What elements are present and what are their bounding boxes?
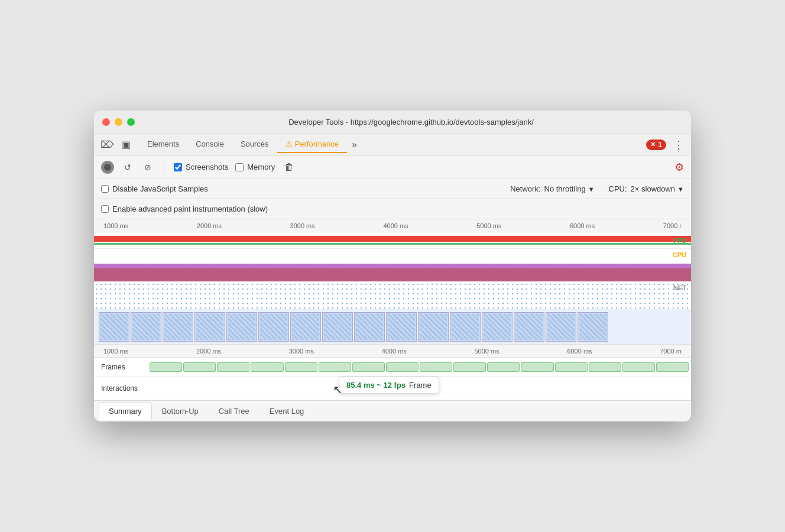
frame-block-1[interactable] xyxy=(183,362,216,372)
cpu-purple-layer xyxy=(94,249,691,281)
screenshot-thumb-9[interactable] xyxy=(386,312,417,342)
frame-block-9[interactable] xyxy=(453,362,486,372)
ruler-mark-4: 5000 ms xyxy=(476,222,501,229)
network-arrow-icon: ▼ xyxy=(588,186,595,193)
title-bar: Developer Tools - https://googlechrome.g… xyxy=(94,111,691,134)
interactions-area: Interactions ↖ 85.4 ms ~ 12 fps Frame xyxy=(94,377,691,400)
screenshot-thumb-5[interactable] xyxy=(258,312,289,342)
network-select[interactable]: No throttling ▼ xyxy=(544,184,595,193)
fps-chart: FPS xyxy=(94,232,691,249)
frame-block-6[interactable] xyxy=(352,362,385,372)
screenshot-thumb-0[interactable] xyxy=(99,312,129,342)
error-badge[interactable]: ✕ 1 xyxy=(646,140,666,150)
tab-bottom-up[interactable]: Bottom-Up xyxy=(152,403,209,420)
frame-block-2[interactable] xyxy=(217,362,249,372)
fps-green-line xyxy=(94,243,691,245)
memory-group: Memory xyxy=(235,163,275,171)
traffic-lights xyxy=(102,118,135,126)
frame-block-11[interactable] xyxy=(521,362,553,372)
cpu-label: CPU: xyxy=(609,184,627,193)
memory-checkbox[interactable] xyxy=(235,163,244,171)
cursor-icon: ↖ xyxy=(333,382,343,397)
trash-icon[interactable]: 🗑 xyxy=(284,162,294,173)
frame-block-14[interactable] xyxy=(622,362,655,372)
screenshot-thumb-10[interactable] xyxy=(418,312,449,342)
cpu-select[interactable]: 2× slowdown ▼ xyxy=(631,184,684,193)
tab-menu-button[interactable]: ⋮ xyxy=(671,136,686,154)
fps-red-line xyxy=(94,236,691,242)
net-chart: NET xyxy=(94,282,691,309)
tab-console[interactable]: Console xyxy=(187,136,232,153)
enable-paint-checkbox[interactable] xyxy=(101,205,109,213)
ruler-mark-0: 1000 ms xyxy=(103,222,128,229)
screenshots-checkbox[interactable] xyxy=(174,163,182,171)
screenshot-thumb-8[interactable] xyxy=(354,312,385,342)
frame-block-10[interactable] xyxy=(487,362,520,372)
bottom-ruler-mark-4: 5000 ms xyxy=(475,348,499,355)
screenshot-thumb-6[interactable] xyxy=(290,312,321,342)
screenshot-thumb-7[interactable] xyxy=(322,312,353,342)
bottom-ruler-mark-6: 7000 m xyxy=(660,348,682,355)
enable-paint-label: Enable advanced paint instrumentation (s… xyxy=(112,205,268,213)
record-button[interactable] xyxy=(101,161,114,174)
frame-block-4[interactable] xyxy=(285,362,317,372)
bottom-ruler-marks: 1000 ms 2000 ms 3000 ms 4000 ms 5000 ms … xyxy=(101,348,684,355)
frame-block-13[interactable] xyxy=(589,362,621,372)
tab-elements[interactable]: Elements xyxy=(139,136,187,153)
screenshot-thumb-2[interactable] xyxy=(163,312,193,342)
frame-block-7[interactable] xyxy=(386,362,419,372)
frames-area: Frames xyxy=(94,358,691,377)
screenshot-thumb-12[interactable] xyxy=(482,312,512,342)
tab-sources[interactable]: Sources xyxy=(232,136,277,153)
frame-block-3[interactable] xyxy=(251,362,283,372)
frame-block-0[interactable] xyxy=(150,362,182,372)
error-icon: ✕ xyxy=(650,141,656,148)
frame-block-5[interactable] xyxy=(319,362,351,372)
frames-label: Frames xyxy=(96,363,150,371)
cpu-option: CPU: 2× slowdown ▼ xyxy=(609,184,684,193)
tab-event-log[interactable]: Event Log xyxy=(259,403,314,420)
tab-performance[interactable]: ⚠ Performance xyxy=(277,136,347,153)
cpu-value: 2× slowdown xyxy=(631,184,676,193)
ruler-mark-1: 2000 ms xyxy=(197,222,222,229)
screenshots-group: Screenshots xyxy=(174,163,228,171)
frame-block-12[interactable] xyxy=(555,362,588,372)
error-count: 1 xyxy=(658,141,662,149)
more-tabs-button[interactable]: » xyxy=(347,140,362,150)
options-bar-2: Enable advanced paint instrumentation (s… xyxy=(94,199,691,219)
devtools-window: Developer Tools - https://googlechrome.g… xyxy=(94,111,691,421)
tab-call-tree[interactable]: Call Tree xyxy=(209,403,259,420)
screenshot-thumb-15[interactable] xyxy=(578,312,608,342)
screenshot-thumb-3[interactable] xyxy=(194,312,225,342)
warning-icon: ⚠ xyxy=(286,140,293,148)
memory-label: Memory xyxy=(247,163,275,171)
frame-block-8[interactable] xyxy=(420,362,452,372)
device-icon[interactable]: ▣ xyxy=(118,137,134,153)
screenshots-label: Screenshots xyxy=(186,163,228,171)
network-label: Network: xyxy=(510,184,540,193)
cursor-icon[interactable]: ⌦ xyxy=(99,137,115,153)
clear-button[interactable]: ⊘ xyxy=(141,161,154,174)
close-button[interactable] xyxy=(102,118,110,126)
enable-paint-group: Enable advanced paint instrumentation (s… xyxy=(101,205,268,213)
screenshot-thumb-13[interactable] xyxy=(514,312,544,342)
toolbar-separator xyxy=(164,161,164,174)
disable-js-checkbox[interactable] xyxy=(101,185,109,193)
tab-right-actions: ✕ 1 ⋮ xyxy=(646,136,686,154)
minimize-button[interactable] xyxy=(115,118,122,126)
settings-icon[interactable]: ⚙ xyxy=(674,161,684,174)
screenshot-thumb-14[interactable] xyxy=(546,312,576,342)
maximize-button[interactable] xyxy=(127,118,135,126)
screenshot-thumb-1[interactable] xyxy=(131,312,161,342)
tab-performance-label: Performance xyxy=(295,140,339,148)
tab-summary[interactable]: Summary xyxy=(99,403,152,420)
ruler-mark-3: 4000 ms xyxy=(383,222,408,229)
reload-button[interactable]: ↺ xyxy=(121,161,134,174)
cpu-arrow-icon: ▼ xyxy=(677,186,684,193)
timeline-ruler-bottom: 1000 ms 2000 ms 3000 ms 4000 ms 5000 ms … xyxy=(94,345,691,358)
screenshot-thumb-4[interactable] xyxy=(226,312,257,342)
frame-block-15[interactable] xyxy=(656,362,689,372)
net-label: NET xyxy=(673,284,686,291)
screenshot-thumb-11[interactable] xyxy=(450,312,481,342)
perf-toolbar: ↺ ⊘ Screenshots Memory 🗑 ⚙ xyxy=(94,155,691,179)
